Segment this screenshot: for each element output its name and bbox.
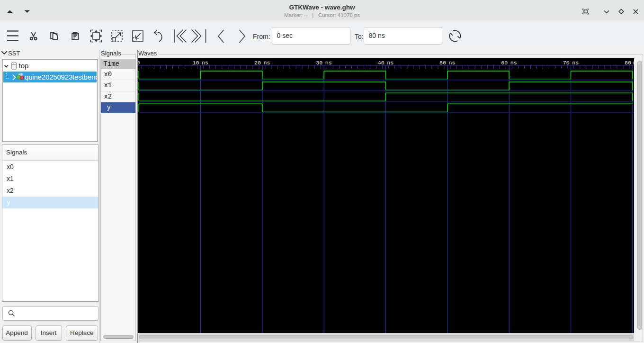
svg-text:10: 10 bbox=[193, 60, 199, 66]
svg-text:ns: ns bbox=[633, 60, 634, 66]
svg-text:40: 40 bbox=[378, 60, 385, 66]
svg-text:ns: ns bbox=[387, 60, 394, 66]
svg-text:ns: ns bbox=[325, 60, 332, 66]
svg-text:80: 80 bbox=[625, 60, 631, 66]
svg-text:ns: ns bbox=[449, 60, 456, 66]
svg-text:30: 30 bbox=[316, 60, 322, 66]
svg-text:ns: ns bbox=[572, 60, 579, 66]
svg-text:ns: ns bbox=[264, 60, 270, 66]
svg-text:ns: ns bbox=[510, 60, 517, 66]
svg-text:20: 20 bbox=[254, 60, 261, 66]
svg-text:0: 0 bbox=[138, 60, 140, 66]
svg-text:70: 70 bbox=[563, 60, 570, 66]
svg-text:50: 50 bbox=[439, 60, 446, 66]
svg-text:ns: ns bbox=[202, 60, 208, 66]
svg-text:60: 60 bbox=[501, 60, 508, 66]
